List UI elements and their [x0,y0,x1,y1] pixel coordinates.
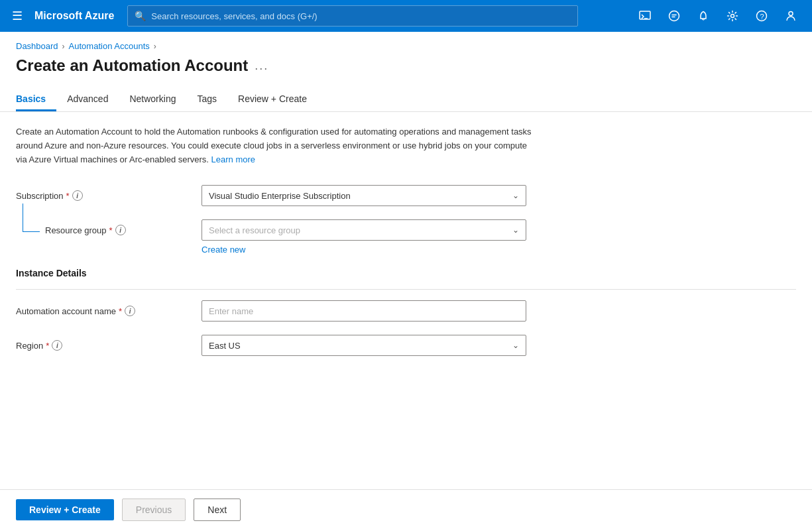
tab-review-create[interactable]: Review + Create [227,88,318,111]
person-icon[interactable] [778,3,804,29]
resource-group-chevron-icon: ⌄ [512,225,519,235]
feedback-icon[interactable] [661,3,687,29]
breadcrumb-sep-2: › [154,42,156,51]
settings-icon[interactable] [719,3,746,29]
top-navigation: ☰ Microsoft Azure 🔍 ? [0,0,812,32]
previous-button: Previous [122,499,186,521]
page-title: Create an Automation Account [16,56,248,75]
resource-group-info-icon[interactable]: i [115,225,126,235]
region-value: East US [209,341,241,351]
instance-details-divider [16,289,796,290]
svg-point-2 [669,11,679,21]
automation-account-name-row: Automation account name * i [16,300,579,322]
review-create-button[interactable]: Review + Create [16,499,114,520]
tab-networking[interactable]: Networking [119,88,186,111]
svg-rect-0 [640,11,650,19]
automation-account-name-input[interactable] [202,300,526,322]
tab-bar: Basics Advanced Networking Tags Review +… [0,75,812,112]
next-button[interactable]: Next [194,499,241,521]
terminal-icon[interactable] [632,3,658,29]
automation-name-required: * [119,306,122,316]
subscription-label: Subscription * i [16,190,202,201]
subscription-info-icon[interactable]: i [72,190,83,201]
search-input[interactable] [151,11,571,21]
search-icon: 🔍 [135,11,146,21]
tab-tags[interactable]: Tags [186,88,227,111]
learn-more-link[interactable]: Learn more [211,154,255,164]
azure-brand: Microsoft Azure [34,10,114,22]
svg-text:?: ? [760,13,764,21]
breadcrumb-automation-accounts[interactable]: Automation Accounts [69,41,150,51]
tab-basics[interactable]: Basics [16,88,56,111]
region-required: * [46,341,49,351]
region-info-icon[interactable]: i [52,340,62,351]
main-content: Dashboard › Automation Accounts › Create… [0,32,812,529]
subscription-value: Visual Studio Enterprise Subscription [209,191,351,201]
nav-icon-group: ? [632,3,804,29]
more-options-button[interactable]: ... [255,59,268,73]
instance-details-header: Instance Details [16,268,796,278]
region-label: Region * i [16,340,202,351]
region-dropdown[interactable]: East US ⌄ [202,335,526,356]
breadcrumb-sep-1: › [62,42,65,51]
form-area: Create an Automation Account to hold the… [0,112,812,489]
tab-advanced[interactable]: Advanced [56,88,119,111]
resource-group-row: Resource group * i Select a resource gro… [16,219,579,255]
subscription-row: Subscription * i Visual Studio Enterpris… [16,185,579,206]
resource-group-dropdown[interactable]: Select a resource group ⌄ [202,219,526,241]
resource-group-placeholder: Select a resource group [209,225,300,235]
bottom-bar: Review + Create Previous Next [0,489,812,529]
description-text: Create an Automation Account to hold the… [16,125,533,166]
subscription-required: * [66,191,70,201]
resource-group-label: Resource group * i [16,225,126,235]
breadcrumb: Dashboard › Automation Accounts › [0,32,812,51]
automation-account-name-label: Automation account name * i [16,306,202,316]
automation-name-info-icon[interactable]: i [125,306,135,316]
page-title-row: Create an Automation Account ... [0,51,812,75]
search-bar[interactable]: 🔍 [127,5,578,27]
hamburger-menu[interactable]: ☰ [8,5,27,27]
breadcrumb-dashboard[interactable]: Dashboard [16,41,58,51]
subscription-chevron-icon: ⌄ [512,191,519,200]
subscription-dropdown[interactable]: Visual Studio Enterprise Subscription ⌄ [202,185,526,206]
region-row: Region * i East US ⌄ [16,335,579,356]
create-new-resource-group-link[interactable]: Create new [202,245,245,255]
help-icon[interactable]: ? [748,3,775,29]
resource-group-required: * [109,225,113,235]
region-chevron-icon: ⌄ [512,341,519,350]
svg-point-6 [789,12,793,16]
bell-icon[interactable] [690,3,717,29]
svg-point-3 [731,15,734,18]
